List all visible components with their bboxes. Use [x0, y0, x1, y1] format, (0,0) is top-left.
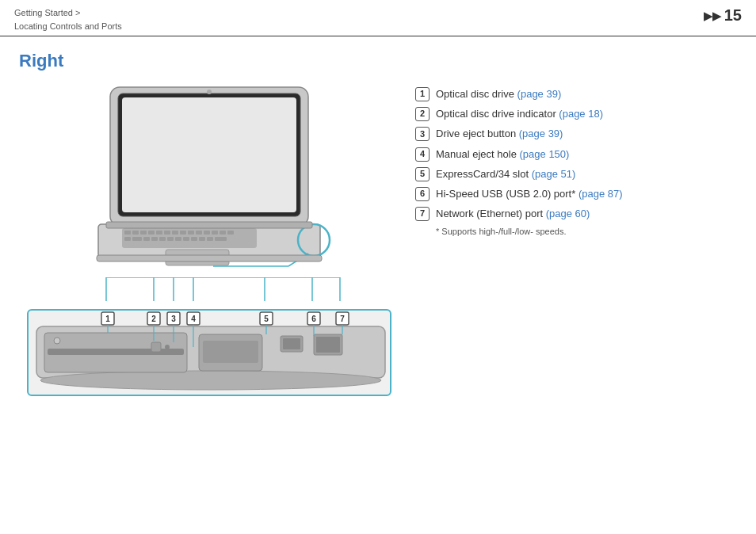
svg-rect-6 — [124, 231, 131, 235]
svg-rect-17 — [212, 231, 218, 235]
svg-rect-7 — [132, 231, 139, 235]
bottom-strip: 1 2 3 4 5 — [27, 309, 391, 396]
page-header: Getting Started > Locating Controls and … — [0, 0, 756, 36]
svg-rect-18 — [220, 231, 226, 235]
svg-point-47 — [40, 371, 381, 390]
svg-rect-8 — [140, 231, 147, 235]
svg-text:6: 6 — [311, 315, 316, 323]
svg-rect-16 — [204, 231, 210, 235]
list-item: 6Hi-Speed USB (USB 2.0) port* (page 87) — [415, 187, 737, 201]
svg-rect-27 — [183, 237, 189, 241]
item-page-link[interactable]: (page 39) — [517, 88, 562, 100]
svg-rect-24 — [159, 237, 166, 241]
svg-rect-36 — [97, 255, 322, 261]
item-page-link[interactable]: (page 87) — [578, 188, 623, 200]
item-badge: 6 — [415, 187, 430, 201]
svg-rect-54 — [203, 341, 258, 363]
svg-rect-30 — [207, 237, 213, 241]
item-badge: 2 — [415, 107, 430, 121]
breadcrumb: Getting Started > Locating Controls and … — [14, 6, 122, 32]
svg-rect-9 — [148, 231, 155, 235]
page-number-area: ▶▶ 15 — [704, 6, 742, 25]
laptop-illustration — [74, 79, 344, 277]
item-badge: 7 — [415, 207, 430, 221]
connector-lines-svg — [27, 277, 391, 301]
svg-rect-29 — [199, 237, 205, 241]
svg-point-3 — [207, 90, 212, 94]
list-item: 2Optical disc drive indicator (page 18) — [415, 107, 737, 121]
svg-rect-31 — [215, 237, 227, 241]
list-item: 1Optical disc drive (page 39) — [415, 87, 737, 101]
content-area: 1 2 3 4 5 — [19, 79, 737, 396]
item-badge: 1 — [415, 87, 430, 101]
item-page-link[interactable]: (page 150) — [520, 148, 570, 160]
item-text: Network (Ethernet) port (page 60) — [436, 207, 737, 221]
svg-point-51 — [165, 345, 170, 349]
svg-rect-37 — [106, 222, 312, 228]
item-text: ExpressCard/34 slot (page 51) — [436, 167, 737, 181]
list-item: 7Network (Ethernet) port (page 60) — [415, 207, 737, 221]
svg-text:4: 4 — [191, 315, 196, 323]
svg-rect-23 — [151, 237, 158, 241]
item-page-link[interactable]: (page 18) — [559, 108, 603, 120]
svg-text:3: 3 — [171, 315, 176, 323]
main-content: Right — [0, 36, 756, 532]
list-item: 3Drive eject button (page 39) — [415, 127, 737, 141]
section-title: Right — [19, 51, 737, 71]
item-text: Optical disc drive indicator (page 18) — [436, 107, 737, 121]
svg-rect-50 — [151, 342, 161, 352]
item-text: Hi-Speed USB (USB 2.0) port* (page 87) — [436, 187, 737, 201]
svg-rect-49 — [48, 349, 184, 355]
item-page-link[interactable]: (page 39) — [519, 128, 563, 139]
svg-rect-13 — [180, 231, 186, 235]
svg-rect-10 — [156, 231, 162, 235]
svg-rect-20 — [124, 237, 131, 241]
svg-rect-2 — [122, 97, 296, 212]
strip-svg: 1 2 3 4 5 — [29, 311, 393, 398]
svg-rect-28 — [191, 237, 197, 241]
svg-text:1: 1 — [105, 315, 110, 323]
item-text: Drive eject button (page 39) — [436, 127, 737, 141]
item-page-link[interactable]: (page 51) — [532, 168, 576, 180]
laptop-svg — [74, 79, 344, 273]
svg-rect-11 — [164, 231, 170, 235]
item-text: Manual eject hole (page 150) — [436, 147, 737, 162]
footnote: * Supports high-/full-/low- speeds. — [436, 227, 737, 236]
svg-rect-21 — [132, 237, 142, 241]
laptop-diagram-area: 1 2 3 4 5 — [19, 79, 399, 396]
item-badge: 4 — [415, 147, 430, 162]
svg-rect-56 — [283, 338, 300, 349]
svg-rect-58 — [316, 337, 340, 353]
svg-rect-19 — [227, 231, 234, 235]
svg-rect-15 — [196, 231, 202, 235]
svg-rect-12 — [172, 231, 178, 235]
list-item: 4Manual eject hole (page 150) — [415, 147, 737, 162]
item-badge: 5 — [415, 167, 430, 181]
svg-rect-25 — [167, 237, 174, 241]
svg-point-52 — [54, 338, 60, 344]
svg-text:7: 7 — [340, 315, 345, 323]
item-list: 1Optical disc drive (page 39)2Optical di… — [415, 79, 737, 236]
svg-rect-14 — [188, 231, 194, 235]
list-item: 5ExpressCard/34 slot (page 51) — [415, 167, 737, 181]
svg-rect-22 — [143, 237, 150, 241]
svg-text:2: 2 — [151, 315, 156, 323]
item-page-link[interactable]: (page 60) — [546, 208, 590, 219]
item-text: Optical disc drive (page 39) — [436, 87, 737, 101]
item-badge: 3 — [415, 127, 430, 141]
svg-rect-26 — [175, 237, 181, 241]
arrow-icon: ▶▶ — [704, 10, 721, 22]
svg-text:5: 5 — [264, 315, 269, 323]
